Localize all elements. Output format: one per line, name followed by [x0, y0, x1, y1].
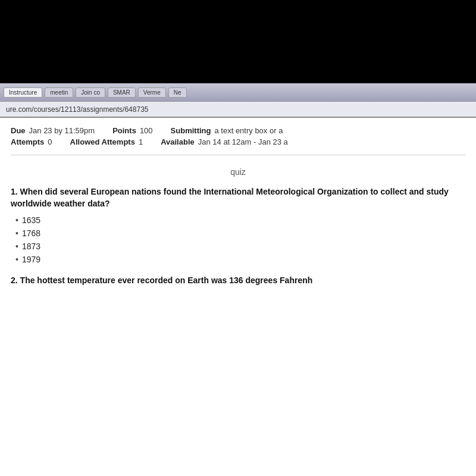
allowed-attempts-label: Allowed Attempts	[70, 137, 135, 146]
attempts-item: Attempts 0	[11, 137, 52, 146]
bullet-icon: •	[15, 215, 18, 225]
available-item: Available Jan 14 at 12am - Jan 23 a	[161, 137, 288, 146]
tab-label: Verme	[143, 89, 161, 96]
submitting-item: Submitting a text entry box or a	[171, 126, 283, 135]
meta-row-2: Attempts 0 Allowed Attempts 1 Available …	[11, 137, 465, 146]
available-label: Available	[161, 137, 195, 146]
points-value: 100	[140, 126, 153, 135]
address-bar[interactable]: ure.com/courses/12113/assignments/648735	[0, 101, 476, 118]
answer-1768[interactable]: • 1768	[15, 228, 465, 238]
answer-1635[interactable]: • 1635	[15, 215, 465, 225]
tab-label: Ne	[174, 89, 181, 96]
answer-text: 1768	[22, 228, 40, 238]
tab-ne[interactable]: Ne	[168, 87, 187, 98]
attempts-value: 0	[48, 137, 52, 146]
allowed-attempts-item: Allowed Attempts 1	[70, 137, 143, 146]
attempts-label: Attempts	[11, 137, 44, 146]
tab-instructure[interactable]: Instructure	[4, 87, 42, 98]
bullet-icon: •	[15, 228, 18, 238]
tab-smar[interactable]: SMAR	[108, 87, 136, 98]
bullet-icon: •	[15, 255, 18, 264]
tab-verme[interactable]: Verme	[138, 87, 166, 98]
answer-1873[interactable]: • 1873	[15, 242, 465, 251]
url-text: ure.com/courses/12113/assignments/648735	[6, 105, 148, 114]
points-item: Points 100	[112, 126, 152, 135]
due-label: Due	[11, 126, 26, 135]
allowed-attempts-value: 1	[139, 137, 143, 146]
meta-row-1: Due Jan 23 by 11:59pm Points 100 Submitt…	[11, 126, 465, 135]
quiz-title: quiz	[11, 167, 465, 177]
question-2-number: 2.	[11, 275, 18, 285]
question-2: 2. The hottest temperature ever recorded…	[11, 275, 465, 287]
tab-label: Join co	[81, 89, 100, 96]
question-1-text: 1. When did several European nations fou…	[11, 186, 465, 209]
submitting-value: a text entry box or a	[214, 126, 283, 135]
browser-tab-bar: Instructure meetin Join co SMAR Verme Ne	[0, 83, 476, 101]
answer-text: 1979	[22, 255, 40, 264]
due-value: Jan 23 by 11:59pm	[29, 126, 95, 135]
answer-text: 1635	[22, 215, 40, 225]
tab-meetin[interactable]: meetin	[45, 87, 73, 98]
answer-list-1: • 1635 • 1768 • 1873 • 1979	[15, 215, 465, 264]
answer-text: 1873	[22, 242, 40, 251]
main-content: Due Jan 23 by 11:59pm Points 100 Submitt…	[0, 118, 476, 476]
tab-label: Instructure	[9, 89, 37, 96]
question-2-text: 2. The hottest temperature ever recorded…	[11, 275, 465, 287]
submitting-label: Submitting	[171, 126, 211, 135]
question-1-number: 1.	[11, 187, 18, 196]
tab-label: SMAR	[113, 89, 130, 96]
question-1: 1. When did several European nations fou…	[11, 186, 465, 264]
browser-tabs: Instructure meetin Join co SMAR Verme Ne	[4, 87, 472, 98]
tab-label: meetin	[50, 89, 68, 96]
points-label: Points	[112, 126, 136, 135]
question-1-body: When did several European nations found …	[11, 187, 449, 208]
tab-joinco[interactable]: Join co	[76, 87, 105, 98]
question-2-body: The hottest temperature ever recorded on…	[20, 275, 313, 285]
answer-1979[interactable]: • 1979	[15, 255, 465, 264]
bullet-icon: •	[15, 242, 18, 251]
assignment-meta: Due Jan 23 by 11:59pm Points 100 Submitt…	[11, 126, 465, 155]
top-black-area	[0, 0, 476, 83]
due-item: Due Jan 23 by 11:59pm	[11, 126, 95, 135]
available-value: Jan 14 at 12am - Jan 23 a	[198, 137, 288, 146]
